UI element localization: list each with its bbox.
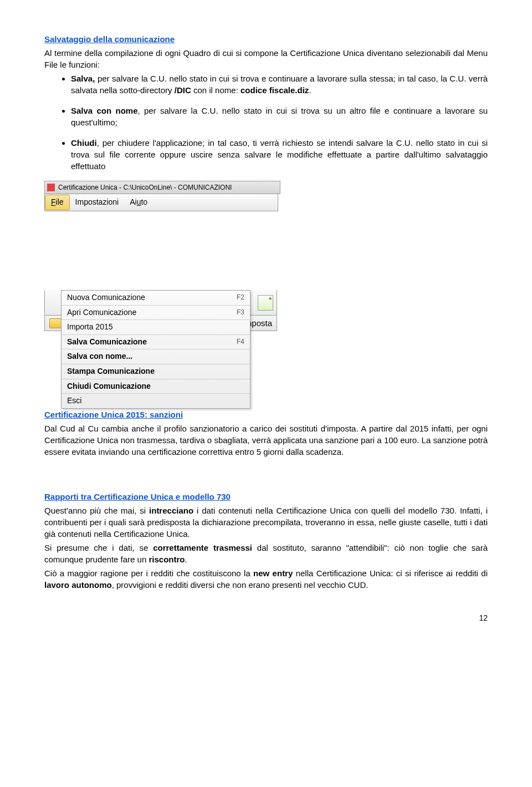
menu-aiuto[interactable]: Aiuto bbox=[124, 197, 153, 208]
menu-item-label: Salva con nome... bbox=[67, 351, 132, 362]
bullet-list: Salva, per salvare la C.U. nello stato i… bbox=[44, 73, 488, 172]
menu-item-nuova[interactable]: Nuova ComunicazioneF2 bbox=[62, 291, 250, 306]
list-item: Salva con nome, per salvare la C.U. nell… bbox=[71, 105, 488, 128]
bold-span: correttamente trasmessi bbox=[153, 543, 252, 552]
text-span: Quest'anno più che mai, si bbox=[44, 506, 149, 515]
application-screenshot: Certificazione Unica - C:\UnicoOnLine\ -… bbox=[44, 181, 488, 331]
rapporti-p1: Quest'anno più che mai, si intrecciano i… bbox=[44, 505, 488, 540]
intro-paragraph: Al termine della compilazione di ogni Qu… bbox=[44, 47, 488, 70]
app-titlebar: Certificazione Unica - C:\UnicoOnLine\ -… bbox=[44, 181, 280, 194]
section-title-salvataggio: Salvataggio della comunicazione bbox=[44, 33, 488, 45]
text-span: Si presume che i dati, se bbox=[44, 543, 153, 552]
menu-item-apri[interactable]: Apri ComunicazioneF3 bbox=[62, 306, 250, 321]
menu-item-esci[interactable]: Esci bbox=[62, 394, 250, 408]
bullet-term: /DIC bbox=[175, 85, 191, 95]
menu-file-rest: ile bbox=[56, 197, 64, 206]
bullet-term: Salva, bbox=[71, 74, 95, 83]
new-item-icon[interactable] bbox=[258, 295, 273, 311]
section-title-rapporti: Rapporti tra Certificazione Unica e mode… bbox=[44, 491, 488, 502]
menu-shortcut: F2 bbox=[237, 293, 244, 302]
app-title: Certificazione Unica - C:\UnicoOnLine\ -… bbox=[58, 183, 232, 192]
bullet-term: Chiudi bbox=[71, 138, 97, 148]
bullet-text: con il nome: bbox=[191, 85, 241, 95]
menu-shortcut: F3 bbox=[237, 308, 244, 317]
list-item: Salva, per salvare la C.U. nello stato i… bbox=[71, 73, 488, 96]
menu-item-chiudi[interactable]: Chiudi Comunicazione bbox=[62, 379, 250, 394]
bullet-term: codice fiscale.diz bbox=[241, 85, 309, 95]
menu-item-label: Salva Comunicazione bbox=[67, 337, 147, 348]
menu-aiuto-a: A bbox=[130, 197, 135, 206]
menu-item-label: Importa 2015 bbox=[67, 322, 113, 333]
menu-item-label: Chiudi Comunicazione bbox=[67, 381, 151, 392]
menu-shortcut: F4 bbox=[237, 337, 244, 347]
file-dropdown: Nuova ComunicazioneF2 Apri Comunicazione… bbox=[61, 290, 250, 409]
menu-item-salva-nome[interactable]: Salva con nome... bbox=[62, 349, 250, 364]
list-item: Chiudi, per chiudere l'applicazione; in … bbox=[71, 137, 488, 172]
bold-span: riscontro bbox=[149, 555, 185, 564]
menu-item-label: Apri Comunicazione bbox=[67, 307, 136, 318]
text-span: Ciò a maggior ragione per i redditi che … bbox=[44, 568, 253, 578]
app-icon bbox=[47, 184, 55, 191]
bold-span: intrecciano bbox=[149, 506, 193, 515]
menu-item-importa[interactable]: Importa 2015 bbox=[62, 320, 250, 335]
menu-item-label: Nuova Comunicazione bbox=[67, 292, 145, 303]
bold-span: new entry bbox=[253, 568, 293, 578]
app-menubar: File Impostazioni Aiuto bbox=[44, 194, 278, 211]
menu-file[interactable]: File bbox=[45, 195, 70, 210]
menu-impostazioni[interactable]: Impostazioni bbox=[70, 197, 125, 208]
rapporti-p3: Ciò a maggior ragione per i redditi che … bbox=[44, 567, 488, 591]
menu-aiuto-to: to bbox=[141, 197, 147, 206]
text-span: , provvigioni e redditi diversi che non … bbox=[112, 580, 369, 590]
bullet-text: , per chiudere l'applicazione; in tal ca… bbox=[71, 138, 488, 171]
menu-item-label: Esci bbox=[67, 395, 81, 407]
menu-file-letter: F bbox=[51, 197, 56, 206]
bullet-text: . bbox=[309, 85, 311, 95]
menu-item-salva[interactable]: Salva ComunicazioneF4 bbox=[62, 335, 250, 350]
menu-item-stampa[interactable]: Stampa Comunicazione bbox=[62, 364, 250, 379]
section-title-sanzioni: Certificazione Unica 2015: sanzioni bbox=[44, 409, 488, 420]
rapporti-p2: Si presume che i dati, se correttamente … bbox=[44, 542, 488, 565]
bullet-term: Salva con nome bbox=[71, 106, 137, 115]
bold-span: lavoro autonomo bbox=[44, 580, 112, 590]
text-span: . bbox=[185, 555, 187, 564]
menu-item-label: Stampa Comunicazione bbox=[67, 366, 155, 377]
text-span: nella Certificazione Unica: ci si riferi… bbox=[293, 568, 488, 578]
sanzioni-paragraph: Dal Cud al Cu cambia anche il profilo sa… bbox=[44, 423, 488, 458]
page-number: 12 bbox=[44, 613, 488, 624]
